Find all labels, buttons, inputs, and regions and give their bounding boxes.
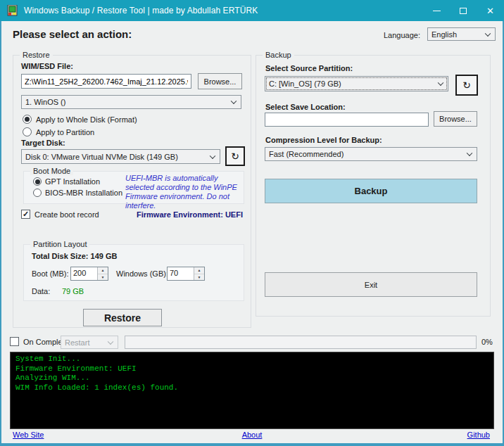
create-boot-record-label[interactable]: Create boot record	[34, 210, 99, 219]
boot-mb-stepper[interactable]: 200 ▲ ▼	[70, 267, 108, 281]
maximize-icon	[460, 8, 467, 14]
source-partition-value: C: [Win_OS] (79 GB)	[269, 79, 341, 88]
refresh-icon: ↻	[231, 151, 239, 162]
bios-mbr-label[interactable]: BIOS-MBR Installation	[45, 189, 122, 197]
page-title: Please select an action:	[13, 28, 132, 40]
restore-group-label: Restore	[20, 51, 53, 59]
console-line: System Init...	[15, 355, 489, 364]
boot-mb-up-icon[interactable]: ▲	[98, 267, 108, 274]
backup-group-label: Backup	[263, 51, 294, 59]
boot-mode-note: UEFI-MBR is automatically selected accor…	[125, 174, 241, 210]
chevron-down-icon	[485, 30, 491, 36]
save-browse-button[interactable]: Browse...	[434, 111, 477, 127]
data-label: Data:	[32, 287, 50, 295]
partition-layout-group-label: Partition Layout	[30, 240, 89, 248]
language-select[interactable]: English	[427, 27, 496, 41]
apply-partition-label[interactable]: Apply to Partition	[36, 128, 94, 136]
github-link[interactable]: Github	[467, 431, 490, 439]
minimize-button[interactable]	[423, 0, 450, 21]
console-line: Firmware Environment: UEFI	[15, 364, 489, 374]
compression-label: Compression Level for Backup:	[265, 136, 382, 144]
progress-bar	[125, 336, 477, 349]
console-line: WIM Info Loaded: 1 index(es) found.	[15, 383, 489, 393]
boot-mode-group-label: Boot Mode	[30, 167, 73, 175]
wim-browse-button[interactable]: Browse...	[198, 73, 242, 89]
image-index-select[interactable]: 1. WinOS ()	[21, 95, 241, 109]
window-left-edge	[0, 21, 1, 446]
save-location-label: Select Save Location:	[265, 103, 346, 111]
image-index-value: 1. WinOS ()	[25, 98, 65, 106]
on-completion-select: Restart	[61, 336, 118, 349]
firmware-environment-text: Firmware Environment: UEFI	[127, 210, 243, 219]
gpt-radio[interactable]	[33, 177, 42, 186]
save-location-input[interactable]	[265, 113, 429, 127]
target-disk-select[interactable]: Disk 0: VMware Virtual NVMe Disk (149 GB…	[21, 149, 220, 164]
create-boot-record-checkbox[interactable]: ✓	[21, 210, 30, 219]
apply-whole-disk-radio[interactable]	[23, 115, 32, 124]
source-partition-label: Select Source Partition:	[265, 64, 353, 72]
target-disk-refresh-button[interactable]: ↻	[225, 146, 245, 166]
exit-button[interactable]: Exit	[265, 272, 477, 297]
console-log: System Init... Firmware Environment: UEF…	[10, 352, 494, 429]
language-label: Language:	[384, 31, 420, 39]
console-line: Analyzing WIM...	[15, 374, 489, 383]
compression-select[interactable]: Fast (Recommended)	[265, 147, 477, 161]
apply-whole-disk-label[interactable]: Apply to Whole Disk (Format)	[36, 115, 137, 124]
gpt-label[interactable]: GPT Installation	[45, 177, 100, 186]
restore-button[interactable]: Restore	[83, 309, 162, 326]
refresh-icon: ↻	[462, 79, 471, 91]
boot-mb-down-icon[interactable]: ▼	[98, 274, 108, 281]
chevron-down-icon	[467, 151, 472, 156]
maximize-button[interactable]	[450, 0, 477, 21]
windows-gb-up-icon[interactable]: ▲	[194, 267, 204, 274]
window-bottom-edge	[0, 443, 504, 446]
total-disk-size-label: Total Disk Size: 149 GB	[32, 252, 117, 260]
backup-button[interactable]: Backup	[265, 179, 477, 203]
wim-file-label: WIM/ESD File:	[21, 62, 73, 70]
source-partition-select[interactable]: C: [Win_OS] (79 GB)	[265, 76, 448, 91]
language-value: English	[431, 30, 457, 39]
data-size-value: 79 GB	[62, 287, 84, 295]
minimize-icon	[433, 11, 441, 11]
close-icon: ✕	[486, 6, 494, 16]
on-completion-checkbox[interactable]	[10, 337, 19, 346]
bios-mbr-radio[interactable]	[33, 189, 42, 197]
boot-mb-value: 200	[71, 267, 97, 280]
chevron-down-icon	[108, 338, 113, 344]
source-partition-refresh-button[interactable]: ↻	[455, 75, 478, 96]
check-icon: ✓	[23, 210, 29, 218]
progress-percent: 0%	[481, 338, 493, 346]
windows-gb-down-icon[interactable]: ▼	[194, 274, 204, 281]
app-icon	[7, 5, 18, 16]
window-title: Windows Backup / Restore Tool | made by …	[24, 6, 258, 15]
windows-gb-stepper[interactable]: 70 ▲ ▼	[167, 267, 205, 281]
target-disk-label: Target Disk:	[21, 139, 65, 147]
close-button[interactable]: ✕	[477, 0, 504, 21]
boot-mb-label: Boot (MB):	[32, 269, 69, 278]
chevron-down-icon	[210, 153, 215, 158]
windows-gb-label: Windows (GB):	[116, 269, 168, 278]
compression-value: Fast (Recommended)	[269, 150, 344, 158]
chevron-down-icon	[438, 80, 443, 86]
about-link[interactable]: About	[0, 431, 504, 439]
target-disk-value: Disk 0: VMware Virtual NVMe Disk (149 GB…	[25, 153, 178, 161]
on-completion-value: Restart	[65, 338, 89, 347]
wim-file-input[interactable]	[21, 74, 191, 89]
apply-partition-radio[interactable]	[23, 127, 32, 136]
chevron-down-icon	[231, 98, 237, 104]
windows-gb-value: 70	[168, 267, 194, 280]
